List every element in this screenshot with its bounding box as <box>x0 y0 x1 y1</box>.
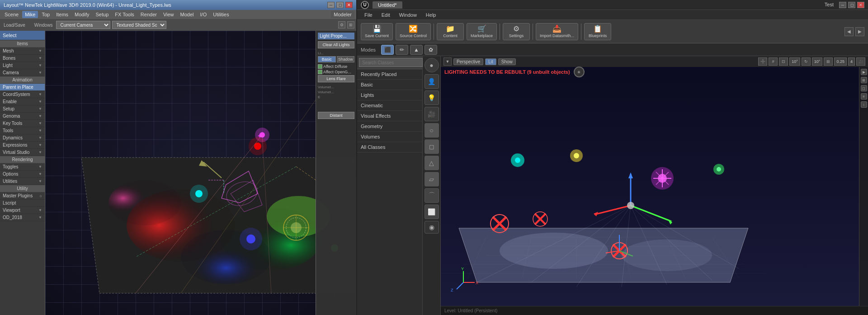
sidebar-item-mesh[interactable]: Mesh ▼ <box>0 48 45 55</box>
menu-window[interactable]: Window <box>396 11 420 19</box>
sidebar-item-bones[interactable]: Bones ▼ <box>0 55 45 62</box>
marketplace-btn[interactable]: 🛒 Marketplace <box>467 23 497 40</box>
sidebar-od2018[interactable]: OD_2018 ▼ <box>0 214 45 221</box>
ue-viewport[interactable]: X Y Z ▼ Perspective Lit Show ➕ # ⊡ 10° <box>441 56 868 315</box>
menu-help[interactable]: Help <box>422 11 440 19</box>
category-geometry[interactable]: Geometry <box>357 121 422 132</box>
icon-person-btn[interactable]: 👤 <box>425 74 439 89</box>
show-btn[interactable]: Show <box>498 58 516 65</box>
category-basic[interactable]: Basic <box>357 80 422 90</box>
save-current-btn[interactable]: 💾 Save Current <box>361 23 393 40</box>
category-volumes[interactable]: Volumes <box>357 132 422 142</box>
ue-close-btn[interactable]: ✕ <box>857 2 864 8</box>
sidebar-coordsystem[interactable]: CoordSystem ▼ <box>0 91 45 98</box>
category-all-classes[interactable]: All Classes <box>357 142 422 153</box>
ue-arrow-right-btn[interactable]: ▶ <box>855 27 864 36</box>
sidebar-options[interactable]: Options ▼ <box>0 171 45 178</box>
category-cinematic[interactable]: Cinematic <box>357 100 422 111</box>
icon-cube-btn[interactable]: ◻ <box>425 139 439 154</box>
icon-sphere-btn[interactable]: ● <box>425 58 439 72</box>
lw-restore-btn[interactable]: ◻ <box>336 2 344 8</box>
search-classes-input[interactable] <box>359 58 423 67</box>
menu-items[interactable]: Items <box>53 11 71 18</box>
blueprints-btn[interactable]: 📋 Blueprints <box>584 23 611 40</box>
ue-tab-untitled[interactable]: Untitled* <box>373 1 402 9</box>
widget-btn-2[interactable]: ⊞ <box>861 77 867 83</box>
lw-minimize-btn[interactable]: ─ <box>327 2 335 8</box>
menu-io[interactable]: I/O <box>198 11 210 18</box>
ue-restore-btn[interactable]: ◻ <box>848 2 855 8</box>
ue-arrow-left-btn[interactable]: ◀ <box>844 27 854 36</box>
sidebar-parent-in-place[interactable]: Parent in Place <box>0 84 45 91</box>
icon-plane-btn[interactable]: ▱ <box>425 172 439 186</box>
lit-btn[interactable]: Lit <box>485 58 496 65</box>
sidebar-item-light[interactable]: Light ▼ <box>0 62 45 69</box>
sidebar-dynamics[interactable]: Dynamics ▼ <box>0 134 45 142</box>
lw-viewport[interactable]: ✦ <box>45 31 356 315</box>
ue-minimize-btn[interactable]: ─ <box>839 2 846 8</box>
lp-affect-diffuse-checkbox[interactable] <box>318 64 322 69</box>
perspective-btn[interactable]: Perspective <box>453 58 483 65</box>
menu-scene[interactable]: Scene <box>2 11 21 18</box>
menu-model[interactable]: Model <box>178 11 197 18</box>
menu-modeler[interactable]: Modeler <box>331 11 354 18</box>
vp-scale-btn[interactable]: ⊞ <box>824 57 833 66</box>
source-control-btn[interactable]: 🔀 Source Control <box>396 23 431 40</box>
lens-flare-btn[interactable]: Lens Flare <box>318 75 354 82</box>
menu-mike[interactable]: Mike <box>22 11 38 18</box>
menu-modify[interactable]: Modify <box>72 11 92 18</box>
lp-tab-shadow[interactable]: Shadow <box>337 56 355 62</box>
sidebar-tools[interactable]: Tools ▼ <box>0 127 45 134</box>
icon-light-btn[interactable]: 💡 <box>425 91 439 105</box>
lw-settings-btn[interactable]: ⚙ <box>338 21 345 29</box>
category-visual-effects[interactable]: Visual Effects <box>357 111 422 121</box>
icon-sphere2-btn[interactable]: ○ <box>425 123 439 138</box>
icon-camera-btn[interactable]: 🎥 <box>425 107 439 121</box>
settings-btn[interactable]: ⚙ Settings <box>503 23 530 40</box>
sidebar-viewport[interactable]: Viewport ▼ <box>0 207 45 214</box>
mode-place-btn[interactable]: ⬛ <box>381 45 394 55</box>
vp-rot-btn[interactable]: ↻ <box>802 57 811 66</box>
sidebar-item-camera[interactable]: Camera ▼ <box>0 69 45 76</box>
sidebar-select[interactable]: Select <box>0 31 45 40</box>
lp-tab-basic[interactable]: Basic <box>318 56 336 62</box>
vp-snap-btn[interactable]: ⊡ <box>779 57 788 66</box>
import-datasmith-btn[interactable]: 📥 Import Datasmith... <box>536 23 578 40</box>
widget-btn-5[interactable]: ↕ <box>861 101 867 108</box>
menu-view[interactable]: View <box>160 11 177 18</box>
lp-distant-btn[interactable]: Distant <box>318 112 354 119</box>
lw-render-mode-dropdown[interactable]: Textured Shaded Solid <box>112 21 166 29</box>
vp-cam-btn[interactable]: 🎥 <box>856 57 865 66</box>
sidebar-genoma[interactable]: Genoma ▼ <box>0 113 45 120</box>
menu-setup[interactable]: Setup <box>93 11 112 18</box>
widget-btn-3[interactable]: ◻ <box>861 85 867 91</box>
sidebar-toggles[interactable]: Toggles ▼ <box>0 163 45 171</box>
mode-landscape-btn[interactable]: ▲ <box>410 45 423 55</box>
icon-half-sphere-btn[interactable]: ⌒ <box>425 188 439 203</box>
menu-edit[interactable]: Edit <box>378 11 394 19</box>
category-recently-placed[interactable]: Recently Placed <box>357 69 422 80</box>
sidebar-expressions[interactable]: Expressions ▼ <box>0 142 45 149</box>
lw-close-btn[interactable]: ✕ <box>345 2 353 8</box>
icon-box-btn[interactable]: ⬜ <box>425 205 439 219</box>
icon-cone-btn[interactable]: △ <box>425 156 439 170</box>
vp-add-btn[interactable]: ➕ <box>758 57 767 66</box>
menu-file[interactable]: File <box>361 11 376 19</box>
clear-all-lights-btn[interactable]: Clear All Lights <box>318 41 354 48</box>
sidebar-masterplugins[interactable]: Master Plugins ○ <box>0 192 45 200</box>
sidebar-keytools[interactable]: Key Tools ▼ <box>0 120 45 127</box>
lw-expand-btn[interactable]: ⊞ <box>347 21 354 29</box>
menu-render[interactable]: Render <box>138 11 160 18</box>
sidebar-virtualstudio[interactable]: Virtual Studio ▼ <box>0 149 45 156</box>
vp-menu-btn[interactable]: ▼ <box>443 57 452 66</box>
menu-top[interactable]: Top <box>39 11 52 18</box>
lp-affect-openg-checkbox[interactable] <box>318 70 322 74</box>
sidebar-enable[interactable]: Enable ▼ <box>0 98 45 105</box>
sidebar-setup[interactable]: Setup ▼ <box>0 105 45 113</box>
widget-btn-4[interactable]: ≡ <box>861 93 867 100</box>
content-btn[interactable]: 📁 Content <box>437 23 464 40</box>
menu-utilities[interactable]: Utilities <box>210 11 231 18</box>
mode-foliage-btn[interactable]: ✿ <box>425 45 437 55</box>
mode-paint-btn[interactable]: ✏ <box>396 45 408 55</box>
sidebar-utilities[interactable]: Utilities ▼ <box>0 178 45 185</box>
